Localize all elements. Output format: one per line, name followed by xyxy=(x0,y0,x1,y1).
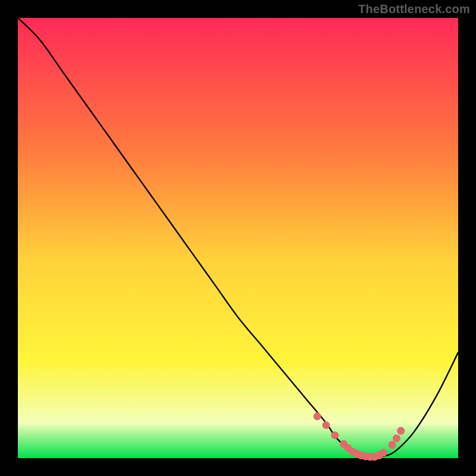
gradient-background xyxy=(18,18,458,458)
marker-dot xyxy=(393,434,400,442)
marker-dot xyxy=(380,449,387,457)
bottleneck-chart xyxy=(0,0,476,476)
marker-dot xyxy=(322,421,330,429)
marker-dot xyxy=(331,431,339,439)
chart-stage: TheBottleneck.com xyxy=(0,0,476,476)
marker-dot xyxy=(397,427,405,435)
marker-dot xyxy=(314,412,321,420)
marker-dot xyxy=(389,441,396,449)
watermark-label: TheBottleneck.com xyxy=(358,2,470,16)
